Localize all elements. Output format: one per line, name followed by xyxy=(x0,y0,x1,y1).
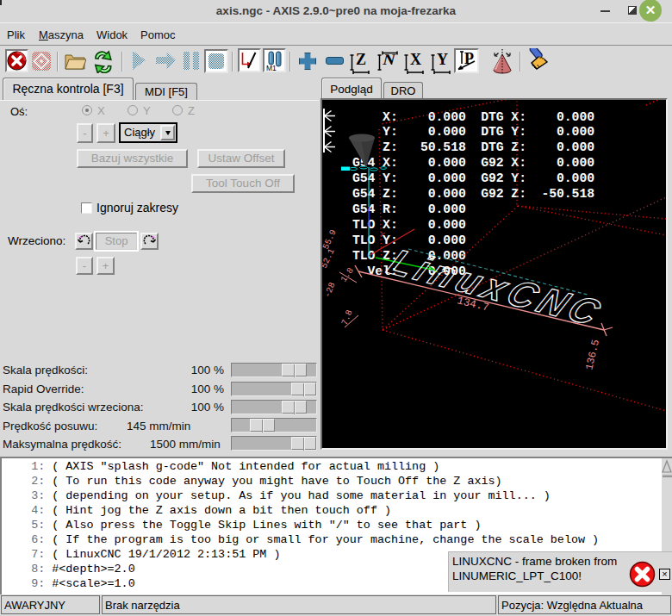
svg-text:1.8: 1.8 xyxy=(339,266,355,284)
svg-text:136.5: 136.5 xyxy=(583,339,602,371)
svg-text:M1: M1 xyxy=(266,64,277,72)
svg-text:7.8: 7.8 xyxy=(340,308,355,327)
svg-text:Y: Y xyxy=(378,230,386,240)
svg-text:-28: -28 xyxy=(323,281,338,299)
svg-text:55.9: 55.9 xyxy=(322,228,339,251)
svg-text:52.1: 52.1 xyxy=(322,247,337,270)
